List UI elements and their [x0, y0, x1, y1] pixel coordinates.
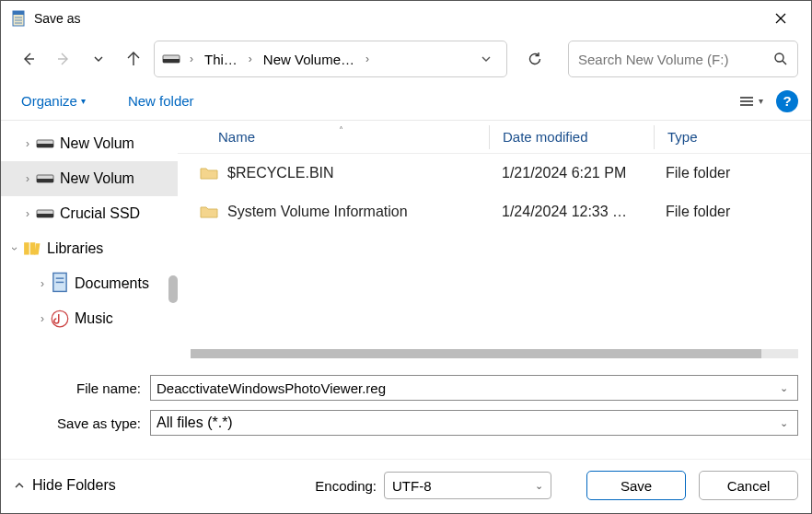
notepad-icon	[10, 10, 27, 27]
tree-item-drive[interactable]: › New Volum	[1, 161, 178, 196]
svg-rect-1	[13, 11, 24, 15]
file-date: 1/21/2024 6:21 PM	[489, 165, 653, 181]
navigation-tree[interactable]: › New Volum › New Volum › Crucial SSD › …	[1, 121, 178, 358]
chevron-up-icon	[14, 480, 25, 491]
tree-item-music[interactable]: › Music	[1, 301, 178, 336]
save-button[interactable]: Save	[586, 471, 686, 500]
column-header-name[interactable]: Name ˄	[178, 129, 489, 145]
savetype-label: Save as type:	[14, 415, 150, 431]
column-headers: Name ˄ Date modified Type	[178, 121, 811, 154]
column-header-type[interactable]: Type	[655, 129, 811, 145]
search-box[interactable]	[568, 41, 798, 77]
svg-rect-20	[37, 179, 53, 182]
help-button[interactable]: ?	[776, 90, 798, 112]
close-button[interactable]	[760, 4, 802, 33]
scrollbar-thumb[interactable]	[168, 275, 178, 303]
tree-item-label: Music	[75, 310, 113, 327]
scrollbar-thumb[interactable]	[191, 349, 761, 358]
view-options-button[interactable]: ▾	[735, 91, 767, 111]
folder-icon	[200, 204, 218, 219]
svg-rect-11	[163, 59, 180, 63]
drive-icon	[36, 206, 54, 221]
drive-icon	[36, 171, 54, 186]
organize-button[interactable]: Organize ▾	[14, 89, 93, 112]
recent-dropdown[interactable]	[84, 44, 113, 74]
tree-item-documents[interactable]: › Documents	[1, 266, 178, 301]
window-title: Save as	[34, 11, 81, 26]
tree-item-label: New Volum	[60, 170, 134, 187]
file-name: $RECYCLE.BIN	[227, 165, 334, 181]
file-type: File folder	[653, 165, 811, 181]
back-button[interactable]	[14, 44, 43, 74]
chevron-right-icon[interactable]: ›	[19, 207, 36, 220]
filename-label: File name:	[14, 380, 150, 396]
tree-item-drive[interactable]: › New Volum	[1, 126, 178, 161]
toolbar: Organize ▾ New folder ▾ ?	[1, 82, 811, 121]
svg-rect-18	[37, 144, 53, 147]
tree-item-label: New Volum	[60, 135, 134, 152]
file-date: 1/24/2024 12:33 …	[489, 204, 653, 220]
file-row[interactable]: $RECYCLE.BIN 1/21/2024 6:21 PM File fold…	[178, 154, 811, 193]
form-area: File name: ⌄ Save as type: All files (*.…	[1, 358, 811, 450]
svg-line-13	[783, 61, 786, 64]
dropdown-icon[interactable]: ⌄	[775, 417, 792, 429]
file-type: File folder	[653, 204, 811, 220]
drive-icon	[162, 53, 180, 65]
up-button[interactable]	[119, 44, 148, 74]
chevron-down-icon: ▾	[81, 96, 86, 106]
svg-point-12	[775, 53, 783, 62]
dropdown-icon[interactable]: ⌄	[775, 382, 792, 394]
file-name: System Volume Information	[227, 204, 408, 220]
savetype-value: All files (*.*)	[157, 415, 775, 431]
main-area: › New Volum › New Volum › Crucial SSD › …	[1, 121, 811, 358]
encoding-label: Encoding:	[315, 478, 377, 494]
hide-folders-label: Hide Folders	[32, 477, 116, 494]
filename-field[interactable]: ⌄	[150, 375, 798, 401]
encoding-select[interactable]: UTF-8 ⌄	[384, 472, 551, 499]
forward-button[interactable]	[49, 44, 78, 74]
navigation-row: › Thi… › New Volume… ›	[1, 36, 811, 82]
folder-icon	[200, 166, 218, 181]
drive-icon	[36, 136, 54, 151]
chevron-right-icon[interactable]: ›	[34, 312, 51, 325]
horizontal-scrollbar[interactable]	[191, 349, 798, 358]
chevron-right-icon[interactable]: ›	[245, 53, 256, 65]
chevron-right-icon[interactable]: ›	[362, 53, 373, 65]
tree-item-libraries[interactable]: › Libraries	[1, 231, 178, 266]
tree-item-label: Crucial SSD	[60, 205, 140, 222]
chevron-right-icon[interactable]: ›	[186, 53, 197, 65]
search-icon[interactable]	[773, 52, 788, 66]
organize-label: Organize	[21, 93, 77, 109]
file-row[interactable]: System Volume Information 1/24/2024 12:3…	[178, 193, 811, 231]
music-icon	[51, 311, 69, 326]
chevron-right-icon[interactable]: ›	[19, 137, 36, 150]
chevron-right-icon[interactable]: ›	[19, 172, 36, 185]
savetype-field[interactable]: All files (*.*) ⌄	[150, 410, 798, 436]
refresh-button[interactable]	[516, 41, 553, 77]
title-bar: Save as	[1, 1, 811, 36]
tree-item-label: Documents	[75, 275, 149, 292]
sort-indicator-icon: ˄	[339, 125, 343, 135]
chevron-down-icon[interactable]: ›	[8, 240, 21, 257]
breadcrumb-item[interactable]: Thi…	[201, 48, 241, 71]
encoding-value: UTF-8	[392, 478, 432, 494]
svg-rect-23	[24, 242, 29, 254]
hide-folders-button[interactable]: Hide Folders	[14, 477, 116, 494]
chevron-down-icon: ⌄	[535, 480, 543, 492]
tree-item-label: Libraries	[47, 240, 103, 257]
new-folder-button[interactable]: New folder	[121, 89, 202, 112]
file-list: Name ˄ Date modified Type $RECYCLE.BIN 1…	[178, 121, 811, 358]
search-input[interactable]	[578, 52, 773, 67]
breadcrumb-item[interactable]: New Volume…	[260, 48, 358, 71]
svg-rect-24	[30, 242, 36, 254]
address-dropdown[interactable]	[473, 46, 499, 72]
footer: Hide Folders Encoding: UTF-8 ⌄ Save Canc…	[1, 459, 811, 513]
svg-rect-22	[37, 214, 53, 217]
address-bar[interactable]: › Thi… › New Volume… ›	[154, 41, 507, 77]
filename-input[interactable]	[157, 380, 775, 396]
svg-point-29	[52, 310, 68, 327]
column-header-date[interactable]: Date modified	[490, 129, 654, 145]
chevron-right-icon[interactable]: ›	[34, 277, 51, 290]
tree-item-drive[interactable]: › Crucial SSD	[1, 196, 178, 231]
cancel-button[interactable]: Cancel	[699, 471, 798, 500]
